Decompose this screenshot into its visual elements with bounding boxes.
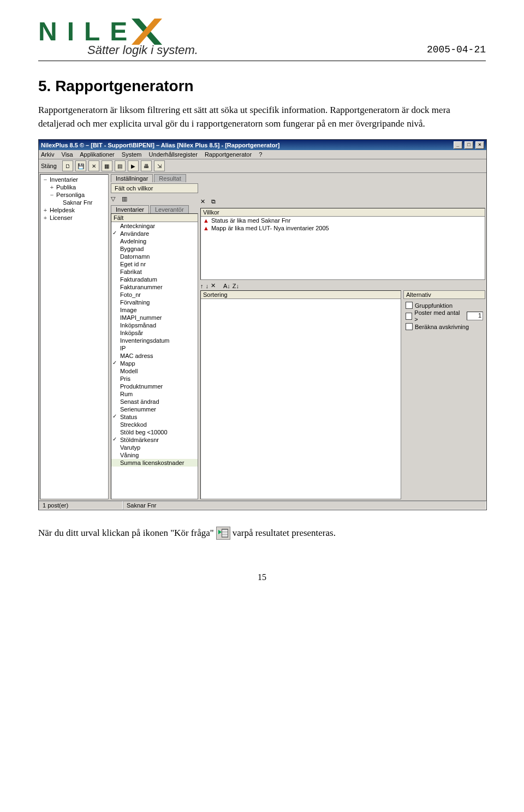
field-row[interactable]: Serienummer xyxy=(111,405,198,413)
tree-item[interactable]: + Helpdesk xyxy=(41,206,107,214)
print-icon[interactable]: 🖶 xyxy=(141,160,152,171)
field-row[interactable]: Mapp xyxy=(111,360,198,367)
field-row[interactable]: Anteckningar xyxy=(111,222,198,230)
intro-paragraph: Rapportgeneratorn är liksom filtrering e… xyxy=(38,104,486,130)
conditions-panel[interactable]: Villkor ▲Status är lika med Saknar Fnr▲M… xyxy=(200,208,485,280)
poster-antal-spinner[interactable]: 1 xyxy=(467,312,483,320)
menu-applikationer[interactable]: Applikationer xyxy=(80,151,115,158)
field-row[interactable]: Stöldmärkesnr xyxy=(111,436,198,444)
close-button[interactable]: × xyxy=(475,141,484,149)
new-icon[interactable]: 🗋 xyxy=(62,160,73,171)
field-row[interactable]: IMAPI_nummer xyxy=(111,314,198,321)
chk-berakna-avskrivning[interactable]: Beräkna avskrivning xyxy=(406,323,483,330)
doc-header: NILE Sätter logik i system. 2005-04-21 xyxy=(38,16,486,61)
field-tabs: Inventarier Leverantör xyxy=(111,205,198,213)
field-row[interactable]: Våning xyxy=(111,451,198,459)
field-row[interactable]: Rum xyxy=(111,390,198,398)
title-bar: NilexPlus 8.5 © – [BIT - Support\BIPENI]… xyxy=(39,140,486,150)
field-row[interactable]: Fakturadatum xyxy=(111,276,198,283)
save-icon[interactable]: 💾 xyxy=(75,160,86,171)
field-row[interactable]: Image xyxy=(111,306,198,314)
sort-panel[interactable]: Sortering xyxy=(200,290,401,499)
tab-resultat[interactable]: Resultat xyxy=(154,174,186,182)
field-row[interactable]: Fabrikat xyxy=(111,268,198,276)
cond-delete-icon[interactable]: ✕ xyxy=(200,198,209,207)
field-row[interactable]: Varutyp xyxy=(111,444,198,451)
close-tab-label[interactable]: Stäng xyxy=(41,163,57,169)
sort-delete-icon[interactable]: ✕ xyxy=(211,282,216,289)
tree-item[interactable]: − Inventarier xyxy=(41,176,107,183)
tool-icon-2[interactable]: ▤ xyxy=(115,160,126,171)
field-row[interactable]: IP xyxy=(111,344,198,352)
field-row[interactable]: Inköpsår xyxy=(111,329,198,337)
cond-toolbar: ✕ ⧉ xyxy=(200,197,485,208)
window-title: NilexPlus 8.5 © – [BIT - Support\BIPENI]… xyxy=(41,142,279,148)
sort-desc-icon[interactable]: Z↓ xyxy=(233,283,239,289)
move-down-icon[interactable]: ↓ xyxy=(206,283,209,289)
after-b: varpå resultatet presenteras. xyxy=(233,528,336,539)
minimize-button[interactable]: _ xyxy=(454,141,462,149)
menu-underhall[interactable]: Underhållsregister xyxy=(149,151,198,158)
field-row[interactable]: Fakturanummer xyxy=(111,283,198,291)
field-row[interactable]: Inköpsmånad xyxy=(111,321,198,329)
tree-item[interactable]: − Personliga xyxy=(41,191,107,199)
cond-copy-icon[interactable]: ⧉ xyxy=(211,198,220,207)
chk-gruppfunktion[interactable]: Gruppfunktion xyxy=(406,302,483,309)
status-bar: 1 post(er) Saknar Fnr xyxy=(39,500,486,510)
field-row[interactable]: MAC adress xyxy=(111,352,198,360)
alternatives-panel: Alternativ Gruppfunktion Poster med anta… xyxy=(403,290,485,499)
menu-rapportgenerator[interactable]: Rapportgenerator xyxy=(205,151,252,158)
move-up-icon[interactable]: ↑ xyxy=(200,283,204,289)
tab-inventarier[interactable]: Inventarier xyxy=(111,205,149,213)
menu-help[interactable]: ? xyxy=(259,151,262,158)
field-row[interactable]: Summa licenskostnader xyxy=(111,459,198,467)
delete-icon[interactable]: ✕ xyxy=(88,160,99,171)
tree-item[interactable]: + Licenser xyxy=(41,214,107,222)
condition-row[interactable]: ▲Status är lika med Saknar Fnr xyxy=(201,217,485,224)
tree-item[interactable]: + Publika xyxy=(41,183,107,191)
field-row[interactable]: Byggnad xyxy=(111,245,198,253)
menu-bar: Arkiv Visa Applikationer System Underhål… xyxy=(39,150,486,159)
menu-arkiv[interactable]: Arkiv xyxy=(41,151,54,158)
field-row[interactable]: Streckkod xyxy=(111,421,198,428)
sort-asc-icon[interactable]: A↓ xyxy=(223,283,230,289)
field-row[interactable]: Foto_nr xyxy=(111,291,198,298)
columns-icon[interactable]: ▥ xyxy=(122,195,130,204)
field-row[interactable]: Eget id nr xyxy=(111,260,198,268)
field-row[interactable]: Förvaltning xyxy=(111,298,198,306)
field-row[interactable]: Avdelning xyxy=(111,237,198,245)
sort-header: Sortering xyxy=(201,291,401,299)
field-row[interactable]: Status xyxy=(111,413,198,421)
menu-visa[interactable]: Visa xyxy=(62,151,73,158)
maximize-button[interactable]: □ xyxy=(465,141,473,149)
field-row[interactable]: Inventeringsdatum xyxy=(111,337,198,344)
run-query-inline-icon xyxy=(216,527,230,540)
status-posts: 1 post(er) xyxy=(39,501,123,510)
export-icon[interactable]: ⇲ xyxy=(154,160,165,171)
field-row[interactable]: Senast ändrad xyxy=(111,398,198,405)
status-name: Saknar Fnr xyxy=(123,501,486,510)
run-query-icon[interactable]: ▶ xyxy=(128,160,139,171)
field-row[interactable]: Produktnummer xyxy=(111,383,198,390)
filter-icon[interactable]: ▽ xyxy=(111,195,120,204)
menu-system[interactable]: System xyxy=(122,151,142,158)
logo-x-icon xyxy=(132,19,162,45)
chk-poster-antal[interactable]: Poster med antal >1 xyxy=(406,309,483,323)
field-row[interactable]: Pris xyxy=(111,375,198,383)
field-row[interactable]: Datornamn xyxy=(111,253,198,260)
field-row[interactable]: Modell xyxy=(111,367,198,375)
tree-item[interactable]: Saknar Fnr xyxy=(41,199,107,206)
report-tree[interactable]: − Inventarier+ Publika− Personliga Sakna… xyxy=(40,174,109,499)
field-list[interactable]: Fält AnteckningarAnvändareAvdelningByggn… xyxy=(111,213,198,499)
field-row[interactable]: Stöld beg <10000 xyxy=(111,428,198,436)
field-list-header: Fält xyxy=(111,214,198,222)
tab-installningar[interactable]: Inställningar xyxy=(111,174,153,182)
logo-text: NILE xyxy=(38,16,137,46)
section-heading: 5. Rapportgeneratorn xyxy=(38,77,486,95)
tool-icon-1[interactable]: ▦ xyxy=(102,160,112,171)
alt-header: Alternativ xyxy=(403,290,485,299)
condition-row[interactable]: ▲Mapp är lika med LUT- Nya inventarier 2… xyxy=(201,224,485,232)
tab-leverantor[interactable]: Leverantör xyxy=(150,205,189,213)
sort-toolbar: ↑ ↓ ✕ A↓ Z↓ xyxy=(200,282,485,289)
field-row[interactable]: Användare xyxy=(111,230,198,237)
